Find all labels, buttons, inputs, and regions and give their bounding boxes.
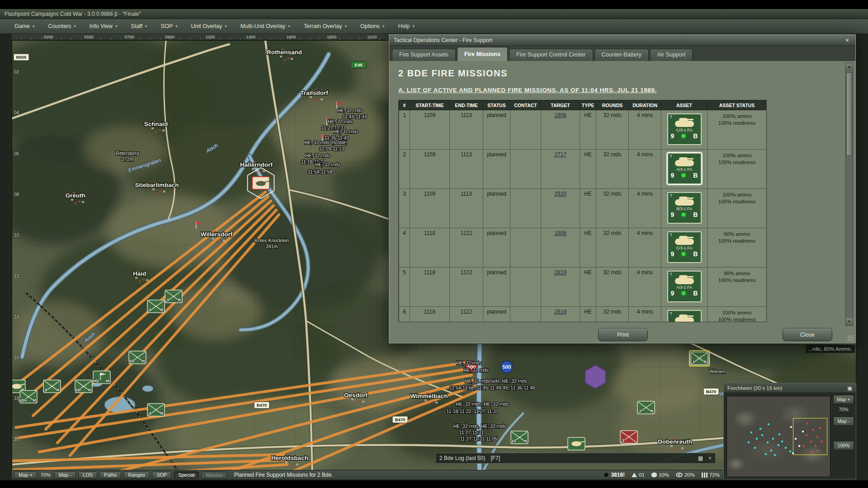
map-unit-counter[interactable] bbox=[252, 177, 269, 189]
target-link[interactable]: 1906 bbox=[554, 112, 566, 118]
menu-multi-unit-overlay[interactable]: Multi-Unit Overlay▾ bbox=[236, 21, 295, 32]
statusbar-sop[interactable]: SOP bbox=[152, 471, 171, 479]
dialog-scrollbar[interactable]: ▲ ▼ bbox=[845, 63, 853, 326]
target-link[interactable]: 2717 bbox=[554, 151, 566, 158]
fire-mission-label: HE, 32 rnds (hostile) bbox=[304, 140, 348, 145]
statusbar-mission[interactable]: Mission bbox=[201, 471, 227, 479]
menu-sop[interactable]: SOP▾ bbox=[156, 21, 182, 32]
target-link[interactable]: 2819 bbox=[554, 309, 566, 315]
friendly-unit-dot bbox=[767, 441, 769, 443]
counter-type-label: R bbox=[651, 409, 654, 413]
scroll-up-icon[interactable]: ▲ bbox=[846, 63, 853, 70]
fire-mission-row[interactable]: 411181122planned1806HE32 rnds4 minsTC/3-… bbox=[399, 228, 767, 267]
counter-size-label: HQ bbox=[93, 379, 99, 383]
scroll-thumb[interactable] bbox=[846, 72, 852, 156]
map-unit-counter[interactable]: 3R bbox=[165, 290, 182, 303]
fire-missions-subheading: A. LIST OF ACTIVE AND PLANNED FIRE MISSI… bbox=[398, 87, 854, 94]
dialog-close-icon[interactable]: × bbox=[844, 37, 851, 44]
tab-fire-support-assets[interactable]: Fire Support Assets bbox=[392, 49, 456, 61]
asset-counter[interactable]: TC/3-1 FA9B bbox=[667, 113, 702, 145]
map-unit-counter[interactable]: 4R bbox=[147, 300, 165, 313]
fire-mission-row[interactable]: 111091113planned1906HE32 rnds4 minsTC/3-… bbox=[399, 110, 767, 150]
log-expand-icon[interactable]: ▦ bbox=[698, 455, 703, 461]
fire-mission-row[interactable]: 211091113planned2717HE32 rnds4 minsTA/3-… bbox=[399, 150, 767, 189]
map-unit-counter[interactable]: 9H bbox=[43, 380, 61, 393]
target-link[interactable]: 2920 bbox=[554, 191, 566, 197]
statusbar-special[interactable]: Special bbox=[174, 471, 199, 479]
friendly-unit-dot bbox=[774, 454, 776, 456]
menu-options[interactable]: Options▾ bbox=[356, 21, 389, 32]
map-unit-counter[interactable]: ADAM bbox=[18, 390, 37, 403]
map-unit-counter[interactable]: ADH bbox=[129, 351, 146, 364]
fire-mission-row[interactable]: 611181122planned2819HE32 rnds4 minsTB/3-… bbox=[399, 307, 767, 323]
objective-value: 500 bbox=[503, 364, 511, 370]
minimap-titlebar[interactable]: Forchheim (20 x 15 km) ▣ bbox=[724, 383, 856, 393]
statusbar-ranges[interactable]: Ranges bbox=[123, 471, 150, 479]
fire-mission-row[interactable]: 311091113planned2920HE32 rnds4 minsTB/3-… bbox=[399, 189, 767, 228]
tab-counter-battery[interactable]: Counter-Battery bbox=[594, 49, 649, 61]
menu-help[interactable]: Help▾ bbox=[394, 21, 419, 32]
map-unit-counter[interactable]: 4R bbox=[147, 404, 165, 416]
statusbar-los[interactable]: LOS bbox=[78, 471, 97, 479]
cell: 32 rnds bbox=[596, 228, 629, 267]
log-close-icon[interactable]: × bbox=[708, 455, 712, 461]
ruler-mark: 20 bbox=[14, 437, 19, 442]
minimap-viewport[interactable] bbox=[793, 418, 827, 455]
map-unit-counter[interactable]: HQM bbox=[93, 371, 110, 384]
menu-unit-overlay[interactable]: Unit Overlay▾ bbox=[187, 21, 231, 32]
indicator-value: 3816! bbox=[611, 472, 625, 478]
minimap-canvas[interactable] bbox=[726, 396, 830, 477]
target-link[interactable]: 1806 bbox=[554, 230, 566, 236]
menu-game[interactable]: Game▾ bbox=[10, 21, 39, 32]
menu-terrain-overlay[interactable]: Terrain Overlay▾ bbox=[299, 21, 351, 32]
ruler-mark: 18 bbox=[14, 396, 19, 401]
statusbar-map[interactable]: Map - bbox=[54, 471, 76, 479]
menu-info-view[interactable]: Info View▾ bbox=[85, 21, 122, 32]
cell-target: 2717 bbox=[541, 150, 580, 189]
tab-air-support[interactable]: Air Support bbox=[650, 49, 693, 61]
asset-counter[interactable]: TA/3-1 FA9B bbox=[667, 271, 702, 302]
town-label: Haid bbox=[133, 270, 146, 277]
print-button[interactable]: Print bbox=[598, 328, 648, 341]
chevron-down-icon: ▾ bbox=[225, 24, 227, 28]
bde-log-bar[interactable]: 2 Bde Log (last 50) [F7] ▦ × bbox=[435, 453, 716, 464]
map-unit-counter[interactable]: 1R bbox=[689, 351, 709, 366]
fire-missions-heading: 2 BDE FIRE MISSIONS bbox=[398, 68, 854, 79]
fire-mission-label: HE, 32 rnds bbox=[328, 119, 353, 124]
cell: 1109 bbox=[410, 110, 450, 150]
fire-mission-row[interactable]: 511181122planned2819HE32 rnds4 minsTA/3-… bbox=[399, 267, 767, 307]
dialog-tabs: Fire Support AssetsFire MissionsFire Sup… bbox=[389, 46, 855, 61]
map-unit-counter[interactable]: 2R bbox=[637, 401, 655, 414]
cell: HE bbox=[580, 307, 596, 323]
minimap-map[interactable]: Map - bbox=[833, 417, 854, 426]
menu-staff[interactable]: Staff▾ bbox=[127, 21, 152, 32]
chevron-down-icon: ▾ bbox=[288, 24, 290, 28]
asset-counter[interactable]: TB/3-1 FA9B bbox=[667, 192, 702, 224]
asset-counter[interactable]: TA/3-1 FA9B bbox=[667, 153, 702, 184]
minimap-map[interactable]: Map + bbox=[833, 395, 854, 404]
counter-type-label: M bbox=[106, 379, 109, 383]
map-unit-counter[interactable]: 3 bbox=[620, 431, 637, 443]
dialog-titlebar[interactable]: Tactical Operations Center - Fire Suppor… bbox=[389, 35, 855, 46]
friendly-unit-dot bbox=[748, 441, 750, 443]
statusbar-map[interactable]: Map + bbox=[14, 471, 37, 479]
tab-fire-support-control-center[interactable]: Fire Support Control Center bbox=[509, 49, 593, 61]
fire-mission-label: HE, 32 rnds bbox=[315, 162, 340, 167]
cell bbox=[510, 267, 541, 307]
target-link[interactable]: 2819 bbox=[554, 269, 566, 276]
dialog-resize-grip[interactable] bbox=[848, 335, 854, 342]
minimap-expand-icon[interactable]: ▣ bbox=[847, 385, 852, 391]
asset-counter[interactable]: TC/3-1 FA9B bbox=[667, 231, 702, 263]
map-unit-counter[interactable] bbox=[568, 437, 585, 450]
scroll-down-icon[interactable]: ▼ bbox=[846, 318, 853, 325]
statusbar-paths[interactable]: Paths bbox=[99, 471, 121, 479]
road-shield-label: B470 bbox=[395, 417, 406, 422]
menu-counters[interactable]: Counters▾ bbox=[44, 21, 80, 32]
map-unit-counter[interactable]: 10H bbox=[511, 431, 528, 444]
counter-type-label: H bbox=[57, 388, 60, 392]
tab-fire-missions[interactable]: Fire Missions bbox=[457, 47, 508, 61]
minimap-100[interactable]: 100% bbox=[833, 441, 854, 450]
map-unit-counter[interactable]: ADH bbox=[75, 380, 93, 393]
asset-counter[interactable]: TB/3-1 FA9B bbox=[667, 310, 702, 322]
close-button[interactable]: Close bbox=[783, 328, 832, 341]
